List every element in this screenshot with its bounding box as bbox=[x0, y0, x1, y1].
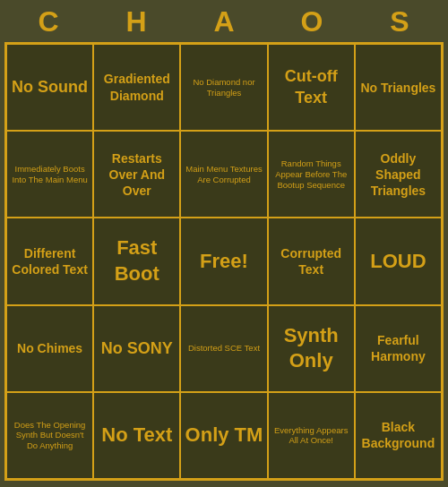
cell-label: Random Things Appear Before The Bootup S… bbox=[272, 158, 350, 191]
cell-label: Synth Only bbox=[272, 323, 350, 374]
bingo-cell: Oddly Shaped Triangles bbox=[355, 131, 442, 218]
bingo-cell: No Triangles bbox=[355, 44, 442, 131]
bingo-cell: No Text bbox=[93, 392, 180, 479]
cell-label: No Text bbox=[101, 423, 172, 449]
title-letter: H bbox=[96, 5, 177, 38]
bingo-cell: Everything Appears All At Once! bbox=[268, 392, 355, 479]
bingo-cell: No SONY bbox=[93, 305, 180, 392]
bingo-cell: Immediately Boots Into The Main Menu bbox=[6, 131, 93, 218]
bingo-cell: Gradiented Diamond bbox=[93, 44, 180, 131]
bingo-cell: No Diamond nor Triangles bbox=[180, 44, 267, 131]
cell-label: No Diamond nor Triangles bbox=[185, 77, 263, 98]
title-row: CHAOS bbox=[4, 0, 444, 42]
cell-label: Fast Boot bbox=[98, 235, 176, 286]
bingo-cell: Random Things Appear Before The Bootup S… bbox=[268, 131, 355, 218]
cell-label: Only TM bbox=[185, 423, 263, 449]
cell-label: Restarts Over And Over bbox=[98, 150, 176, 200]
bingo-cell: Fast Boot bbox=[93, 218, 180, 304]
cell-label: Black Background bbox=[359, 419, 437, 451]
cell-label: LOUD bbox=[370, 249, 426, 275]
cell-label: No Triangles bbox=[360, 80, 435, 96]
bingo-cell: Cut-off Text bbox=[268, 44, 355, 131]
cell-label: Different Colored Text bbox=[11, 245, 89, 278]
cell-label: Free! bbox=[200, 249, 248, 275]
cell-label: No Sound bbox=[12, 77, 88, 98]
cell-label: Cut-off Text bbox=[272, 66, 350, 108]
bingo-cell: Only TM bbox=[180, 392, 267, 479]
bingo-cell: Does The Opening Synth But Doesn't Do An… bbox=[6, 392, 93, 479]
bingo-cell: Restarts Over And Over bbox=[93, 131, 180, 218]
cell-label: Distorted SCE Text bbox=[188, 343, 260, 354]
title-letter: S bbox=[359, 5, 440, 38]
bingo-cell: Main Menu Textures Are Corrupted bbox=[180, 131, 267, 218]
bingo-cell: Black Background bbox=[355, 392, 442, 479]
cell-label: Does The Opening Synth But Doesn't Do An… bbox=[11, 420, 89, 452]
title-letter: C bbox=[8, 5, 89, 38]
cell-label: Immediately Boots Into The Main Menu bbox=[11, 164, 89, 185]
bingo-cell: Corrupted Text bbox=[268, 218, 355, 304]
bingo-cell: Distorted SCE Text bbox=[180, 305, 267, 392]
title-letter: O bbox=[271, 5, 352, 38]
cell-label: Oddly Shaped Triangles bbox=[359, 150, 437, 200]
bingo-cell: Fearful Harmony bbox=[355, 305, 442, 392]
cell-label: Gradiented Diamond bbox=[98, 71, 176, 103]
bingo-cell: No Sound bbox=[6, 44, 93, 131]
cell-label: Fearful Harmony bbox=[359, 332, 437, 364]
bingo-cell: Free! bbox=[180, 218, 267, 304]
cell-label: No Chimes bbox=[17, 340, 82, 356]
bingo-cell: Synth Only bbox=[268, 305, 355, 392]
bingo-cell: No Chimes bbox=[6, 305, 93, 392]
bingo-cell: Different Colored Text bbox=[6, 218, 93, 304]
cell-label: No SONY bbox=[101, 338, 173, 359]
cell-label: Main Menu Textures Are Corrupted bbox=[185, 164, 263, 185]
bingo-cell: LOUD bbox=[355, 218, 442, 304]
cell-label: Everything Appears All At Once! bbox=[272, 425, 350, 447]
cell-label: Corrupted Text bbox=[272, 245, 350, 278]
title-letter: A bbox=[184, 5, 264, 38]
bingo-grid: No SoundGradiented DiamondNo Diamond nor… bbox=[4, 42, 444, 481]
